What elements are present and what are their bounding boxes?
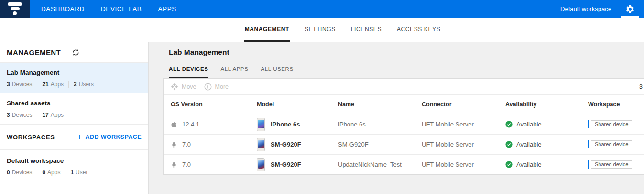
topnav-right: Default workspace [560, 0, 644, 18]
nav-apps[interactable]: APPS [158, 5, 176, 12]
col-os-version[interactable]: OS Version [171, 101, 257, 108]
device-connector: UFT Mobile Server [422, 141, 505, 148]
tab-all-devices[interactable]: ALL DEVICES [169, 66, 208, 78]
stat-label: Apps [51, 112, 64, 118]
active-nav-indicator [621, 16, 639, 18]
stat-label: Apps [51, 81, 64, 88]
android-icon [171, 161, 178, 168]
page-title: Lab Management [169, 48, 644, 57]
badge-label: Shared device [591, 120, 632, 128]
stat-count: 2 [74, 81, 77, 88]
badge-label: Shared device [591, 160, 632, 169]
stat-count: 21 [42, 81, 48, 88]
refresh-button[interactable] [72, 48, 80, 57]
table-row[interactable]: 7.0 SM-G920F SM-G920F UFT Mobile Server … [164, 134, 644, 154]
tab-settings[interactable]: SETTINGS [304, 18, 337, 42]
device-tabs: ALL DEVICES ALL APPS ALL USERS [169, 66, 644, 78]
devices-table-card: Move More 3 OS Version Model Name Connec… [163, 78, 644, 175]
lab-stats: 3Devices 21Apps 2Users [7, 81, 142, 88]
device-thumbnail [257, 118, 265, 131]
device-thumbnail [257, 138, 265, 151]
col-workspace[interactable]: Workspace [588, 101, 644, 108]
stat-label: User [76, 169, 87, 176]
main-content: Lab Management ALL DEVICES ALL APPS ALL … [149, 42, 644, 194]
badge-label: Shared device [591, 140, 632, 148]
sidebar-item-lab-management[interactable]: Lab Management 3Devices 21Apps 2Users [0, 63, 148, 93]
device-model: iPhone 6s [271, 121, 300, 128]
move-label: Move [182, 83, 196, 90]
divider [37, 112, 37, 118]
tab-access-keys[interactable]: ACCESS KEYS [396, 18, 441, 42]
workspaces-section-header: WORKSPACES + ADD WORKSPACE [0, 125, 148, 149]
top-navbar: DASHBOARD DEVICE LAB APPS Default worksp… [0, 0, 644, 18]
device-name: SM-G920F [338, 141, 422, 148]
workspace-badge: Shared device [588, 120, 632, 128]
badge-accent-bar [588, 160, 589, 169]
settings-gear-button[interactable] [621, 0, 639, 18]
logo-dot [13, 11, 17, 15]
table-toolbar: Move More 3 [164, 79, 644, 95]
stat-label: Devices [12, 81, 33, 88]
divider [68, 81, 69, 88]
plus-icon: + [77, 133, 82, 141]
more-button[interactable]: More [204, 83, 229, 91]
table-row[interactable]: 12.4.1 iPhone 6s iPhone 6s UFT Mobile Se… [164, 114, 644, 134]
check-circle-icon [505, 141, 513, 148]
tab-licenses[interactable]: LICENSES [350, 18, 382, 42]
uft-mobile-logo-icon[interactable] [0, 0, 30, 18]
sidebar-title: MANAGEMENT [7, 48, 61, 57]
lab-stats: 3Devices 17Apps [7, 112, 142, 118]
add-workspace-label: ADD WORKSPACE [86, 134, 142, 140]
refresh-icon [72, 48, 80, 57]
more-label: More [215, 83, 229, 90]
stat-count: 3 [7, 81, 10, 88]
os-version: 7.0 [182, 161, 191, 168]
nav-device-lab[interactable]: DEVICE LAB [101, 5, 142, 12]
tab-management[interactable]: MANAGEMENT [244, 18, 290, 42]
workspace-name: Default workspace [7, 157, 142, 164]
nav-dashboard[interactable]: DASHBOARD [41, 5, 85, 12]
col-availability[interactable]: Availability [505, 101, 588, 108]
stat-count: 0 [42, 169, 45, 176]
table-row[interactable]: 7.0 SM-G920F UpdateNickName_Test UFT Mob… [164, 154, 644, 174]
divider [37, 81, 37, 88]
workspace-badge: Shared device [588, 160, 632, 169]
stat-count: 3 [7, 112, 10, 118]
admin-tab-bar: MANAGEMENT SETTINGS LICENSES ACCESS KEYS [0, 18, 644, 42]
add-workspace-button[interactable]: + ADD WORKSPACE [77, 133, 142, 141]
col-connector[interactable]: Connector [422, 101, 505, 108]
move-icon [171, 83, 178, 91]
badge-accent-bar [588, 140, 589, 148]
move-button[interactable]: Move [171, 83, 196, 91]
divider [37, 170, 37, 176]
stat-label: Devices [12, 112, 33, 118]
logo-bar [8, 2, 22, 6]
gear-icon [625, 4, 635, 14]
management-sidebar: MANAGEMENT Lab Management 3 [0, 42, 149, 194]
lab-name: Lab Management [7, 69, 142, 76]
os-version: 7.0 [182, 141, 191, 148]
availability-status: Available [516, 121, 542, 128]
device-connector: UFT Mobile Server [422, 121, 505, 128]
sidebar-header: MANAGEMENT [0, 42, 148, 63]
logo-bar [11, 7, 20, 10]
workspace-selector[interactable]: Default workspace [560, 5, 611, 12]
workspace-stats: 0Devices 0Apps 1User [7, 169, 142, 176]
availability-status: Available [516, 161, 542, 168]
tab-all-apps[interactable]: ALL APPS [220, 66, 248, 78]
info-icon [204, 83, 212, 91]
sidebar-item-default-workspace[interactable]: Default workspace 0Devices 0Apps 1User [0, 149, 148, 183]
stat-label: Devices [12, 169, 33, 176]
lab-name: Shared assets [7, 100, 142, 107]
stat-label: Apps [47, 169, 60, 176]
device-name: iPhone 6s [338, 121, 422, 128]
check-circle-icon [505, 161, 513, 168]
divider [65, 170, 65, 176]
col-model[interactable]: Model [257, 101, 338, 108]
tab-all-users[interactable]: ALL USERS [261, 66, 294, 78]
uft-mobile-app: DASHBOARD DEVICE LAB APPS Default worksp… [0, 0, 644, 194]
table-header-row: OS Version Model Name Connector Availabi… [164, 95, 644, 114]
stat-count: 0 [7, 169, 10, 176]
sidebar-item-shared-assets[interactable]: Shared assets 3Devices 17Apps [0, 93, 148, 125]
col-name[interactable]: Name [338, 101, 422, 108]
